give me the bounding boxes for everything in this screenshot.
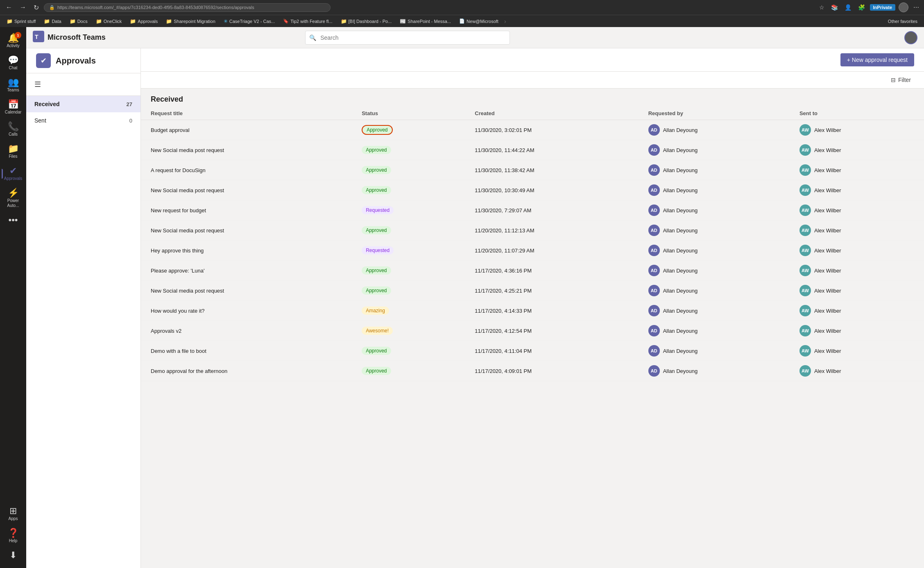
table-row[interactable]: New Social media post requestApproved11/…: [141, 220, 924, 241]
search-input[interactable]: [305, 31, 510, 45]
person-name: Allan Deyoung: [663, 308, 698, 314]
bookmark-label: New@Microsoft: [467, 19, 498, 24]
collections-button[interactable]: 📚: [829, 2, 840, 12]
status-badge: Requested: [362, 206, 394, 214]
person-name: Allan Deyoung: [663, 167, 698, 173]
table-row[interactable]: New Social media post requestApproved11/…: [141, 140, 924, 160]
table-row[interactable]: New Social media post requestApproved11/…: [141, 281, 924, 301]
row-created: 11/17/2020, 4:09:01 PM: [465, 361, 638, 381]
sidebar-item-chat[interactable]: 💬 Chat: [2, 52, 25, 74]
row-title: New Social media post request: [141, 281, 352, 301]
bookmark-data[interactable]: 📁 Data: [41, 18, 64, 25]
bookmark-bi-dashboard[interactable]: 📁 [BI] Dashboard - Po...: [337, 18, 395, 25]
sent-count: 0: [129, 118, 132, 124]
sidebar-item-power-automate[interactable]: ⚡ Power Auto...: [2, 185, 25, 211]
browser-profile-avatar[interactable]: [899, 2, 908, 12]
table-row[interactable]: New Social media post requestApproved11/…: [141, 180, 924, 200]
apps-icon: ⊞: [9, 507, 17, 516]
row-created: 11/17/2020, 4:25:21 PM: [465, 281, 638, 301]
person-name: Alex Wilber: [814, 368, 841, 374]
person-avatar: AD: [648, 184, 660, 196]
search-icon: 🔍: [309, 34, 316, 41]
filter-button[interactable]: ⊟ Filter: [888, 75, 914, 85]
sidebar-item-calendar[interactable]: 📅 Calendar: [2, 97, 25, 118]
section-title: Received: [141, 89, 924, 107]
person-avatar: AW: [799, 285, 811, 296]
sidebar-item-files[interactable]: 📁 Files: [2, 141, 25, 162]
table-row[interactable]: Please approve: 'Luna'Approved11/17/2020…: [141, 261, 924, 281]
bookmark-oneclick[interactable]: 📁 OneClick: [93, 18, 125, 25]
row-status: Approved: [352, 160, 465, 180]
teams-sidebar: 1 🔔 Activity 💬 Chat 👥 Teams 📅 Calendar 📞…: [0, 27, 26, 568]
bookmark-sprint-stuff[interactable]: 📁 Sprint stuff: [3, 18, 39, 25]
sidebar-item-activity[interactable]: 1 🔔 Activity: [2, 30, 25, 52]
person-avatar: AW: [799, 225, 811, 236]
sidebar-item-more[interactable]: •••: [2, 212, 25, 229]
new-approval-request-button[interactable]: + New approval request: [840, 53, 914, 66]
other-favorites[interactable]: Other favorites: [885, 18, 921, 25]
status-badge: Approved: [362, 146, 391, 154]
left-panel-header: ☰: [26, 73, 140, 96]
row-requested-by: ADAllan Deyoung: [639, 120, 790, 140]
sidebar-item-apps[interactable]: ⊞ Apps: [2, 503, 25, 525]
star-button[interactable]: ☆: [818, 2, 826, 12]
table-row[interactable]: Approvals v2Awesome!11/17/2020, 4:12:54 …: [141, 321, 924, 341]
row-created: 11/30/2020, 11:44:22 AM: [465, 140, 638, 160]
row-status: Requested: [352, 200, 465, 220]
row-title: New Social media post request: [141, 220, 352, 241]
page-title: Approvals: [56, 56, 96, 66]
bookmark-casetriage[interactable]: ✳ CaseTriage V2 - Cas...: [220, 18, 278, 25]
profile-button[interactable]: 👤: [843, 2, 853, 12]
sent-label: Sent: [34, 117, 46, 124]
table-row[interactable]: Budget approvalApproved11/30/2020, 3:02:…: [141, 120, 924, 140]
left-panel-received[interactable]: Received 27: [26, 96, 140, 112]
sidebar-item-help[interactable]: ❓ Help: [2, 525, 25, 547]
row-status: Awesome!: [352, 321, 465, 341]
person-name: Allan Deyoung: [663, 328, 698, 334]
table-area[interactable]: Received Request title Status Created Re…: [141, 89, 924, 568]
refresh-button[interactable]: ↻: [31, 2, 41, 13]
folder-icon: 📁: [341, 18, 347, 24]
address-bar[interactable]: 🔒 https://teams.microsoft.com/_#/apps/7c…: [44, 3, 331, 12]
sidebar-item-approvals[interactable]: ✔ Approvals: [2, 163, 25, 184]
table-row[interactable]: A request for DocuSignApproved11/30/2020…: [141, 160, 924, 180]
status-badge: Approved: [362, 347, 391, 355]
bookmark-approvals[interactable]: 📁 Approvals: [127, 18, 161, 25]
row-title: Hey approve this thing: [141, 241, 352, 261]
bookmark-sharepoint-messa[interactable]: 📰 SharePoint - Messa...: [396, 18, 454, 25]
menu-button[interactable]: ⋯: [912, 2, 921, 12]
status-badge: Approved: [362, 367, 391, 375]
table-row[interactable]: Demo with a file to bootApproved11/17/20…: [141, 341, 924, 361]
person-avatar: AD: [648, 245, 660, 256]
chat-icon: 💬: [8, 56, 19, 65]
hamburger-button[interactable]: ☰: [33, 78, 43, 91]
bookmark-sharepoint-migration[interactable]: 📁 Sharepoint Migration: [163, 18, 219, 25]
table-row[interactable]: Demo approval for the afternoonApproved1…: [141, 361, 924, 381]
back-button[interactable]: ←: [3, 2, 15, 13]
sidebar-item-calls[interactable]: 📞 Calls: [2, 119, 25, 140]
user-avatar[interactable]: [904, 31, 917, 44]
person-avatar: AD: [648, 285, 660, 296]
sidebar-item-teams[interactable]: 👥 Teams: [2, 75, 25, 96]
row-created: 11/30/2020, 11:38:42 AM: [465, 160, 638, 180]
bookmark-docs[interactable]: 📁 Docs: [66, 18, 91, 25]
extensions-button[interactable]: 🧩: [856, 2, 867, 12]
bookmark-tip2[interactable]: 🔖 Tip2 with Feature fl...: [280, 18, 335, 25]
person-name: Allan Deyoung: [663, 248, 698, 254]
search-bar[interactable]: 🔍: [305, 31, 510, 45]
bookmark-label: Tip2 with Feature fl...: [290, 19, 332, 24]
table-row[interactable]: New request for budgetRequested11/30/202…: [141, 200, 924, 220]
person-avatar: AW: [799, 305, 811, 316]
person-name: Allan Deyoung: [663, 288, 698, 294]
person-name: Alex Wilber: [814, 147, 841, 153]
bookmark-new-at-microsoft[interactable]: 📄 New@Microsoft: [456, 18, 502, 25]
forward-button[interactable]: →: [17, 2, 29, 13]
sidebar-item-download[interactable]: ⬇: [2, 548, 25, 564]
table-row[interactable]: How would you rate it?Amazing11/17/2020,…: [141, 301, 924, 321]
download-icon: ⬇: [9, 551, 17, 560]
sidebar-label-chat: Chat: [9, 66, 17, 70]
person-avatar: AD: [648, 204, 660, 216]
person-name: Allan Deyoung: [663, 207, 698, 214]
table-row[interactable]: Hey approve this thingRequested11/20/202…: [141, 241, 924, 261]
left-panel-sent[interactable]: Sent 0: [26, 112, 140, 129]
